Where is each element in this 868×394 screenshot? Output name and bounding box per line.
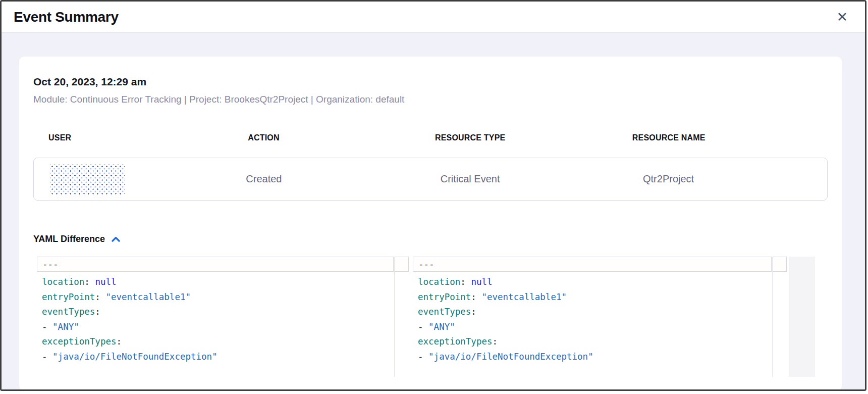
event-summary-modal: Event Summary ✕ Oct 20, 2023, 12:29 am M… xyxy=(0,0,866,391)
column-header-user: USER xyxy=(33,133,160,142)
column-header-action: ACTION xyxy=(160,133,367,142)
diff-outer-scrollbar-track[interactable] xyxy=(789,257,815,377)
yaml-pane-before: ---location: nullentryPoint: "eventcalla… xyxy=(37,257,409,377)
yaml-code-before: ---location: nullentryPoint: "eventcalla… xyxy=(37,257,409,364)
yaml-pane-after: ---location: nullentryPoint: "eventcalla… xyxy=(413,257,787,377)
action-cell: Created xyxy=(161,173,367,185)
table-row: Created Critical Event Qtr2Project xyxy=(33,158,828,201)
table-header-row: USER ACTION RESOURCE TYPE RESOURCE NAME xyxy=(33,133,828,142)
yaml-code-after: ---location: nullentryPoint: "eventcalla… xyxy=(413,257,787,364)
event-timestamp: Oct 20, 2023, 12:29 am xyxy=(33,76,828,88)
yaml-difference-header[interactable]: YAML Difference xyxy=(33,234,828,244)
pane-scrollbar-track[interactable] xyxy=(772,257,787,377)
yaml-difference-label: YAML Difference xyxy=(33,234,105,244)
event-card: Oct 20, 2023, 12:29 am Module: Continuou… xyxy=(19,57,842,391)
resource-type-cell: Critical Event xyxy=(367,173,573,185)
modal-header: Event Summary ✕ xyxy=(2,2,865,33)
chevron-up-icon[interactable] xyxy=(111,236,121,242)
pane-scrollbar-thumb[interactable] xyxy=(773,257,787,272)
pane-scrollbar-thumb[interactable] xyxy=(395,257,409,272)
modal-title: Event Summary xyxy=(14,9,119,25)
redacted-user-avatar xyxy=(50,164,125,194)
close-icon[interactable]: ✕ xyxy=(834,9,850,25)
column-header-resource-type: RESOURCE TYPE xyxy=(367,133,573,142)
yaml-diff-viewer: ---location: nullentryPoint: "eventcalla… xyxy=(33,257,828,377)
pane-scrollbar-track[interactable] xyxy=(394,257,409,377)
modal-body: Oct 20, 2023, 12:29 am Module: Continuou… xyxy=(2,33,865,391)
column-header-resource-name: RESOURCE NAME xyxy=(573,133,764,142)
resource-name-cell: Qtr2Project xyxy=(573,173,764,185)
user-cell xyxy=(34,164,161,194)
event-meta: Module: Continuous Error Tracking | Proj… xyxy=(33,94,828,105)
